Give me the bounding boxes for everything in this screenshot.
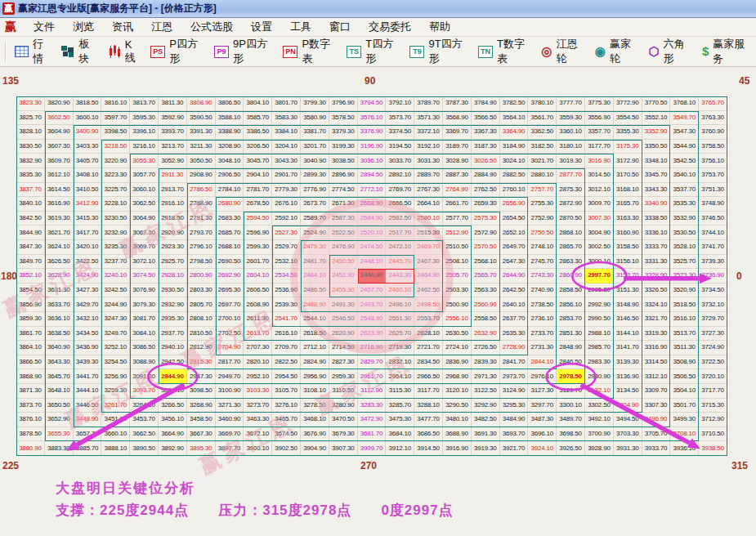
menu-item-3[interactable]: 江恩 — [142, 18, 181, 36]
menu-item-1[interactable]: 浏览 — [64, 18, 103, 36]
toolbar-item-4[interactable]: P99P四方形 — [208, 34, 277, 69]
grid-cell: 2649.70 — [500, 240, 529, 255]
grid-cell: 2908.90 — [187, 168, 216, 183]
grid-cell: 3285.70 — [386, 399, 414, 413]
grid-cell: 3117.70 — [414, 384, 443, 399]
grid-cell: 3112.90 — [358, 384, 387, 399]
grid-cell: 2589.70 — [301, 212, 329, 226]
toolbar-item-2[interactable]: K线 — [102, 36, 145, 68]
grid-cell: 3328.90 — [642, 269, 671, 284]
toolbar: 行情板块K线PSP四方形P99P四方形PNP数字表TST四方形T99T四方形TN… — [0, 37, 756, 67]
key-level-text-1: 压力：315度2978点 — [218, 502, 351, 518]
grid-cell: 2784.10 — [216, 183, 244, 198]
grid-cell: 3076.90 — [130, 284, 159, 298]
grid-cell: 3398.50 — [101, 125, 130, 140]
grid-cell: 3324.10 — [642, 297, 671, 312]
grid-cell: 3211.30 — [187, 140, 216, 154]
menu-item-7[interactable]: 窗口 — [320, 18, 360, 36]
toolbar-item-7[interactable]: T99T四方形 — [404, 34, 472, 69]
grid-cell: 2541.70 — [272, 312, 301, 327]
grid-cell: 2508.10 — [443, 255, 472, 270]
grid-cell: 3662.50 — [130, 427, 159, 442]
grid-cell: 3489.70 — [557, 413, 585, 427]
grid-cell: 2551.30 — [386, 312, 414, 327]
grid-cell: 3307.30 — [642, 399, 671, 413]
grid-cell: 2971.30 — [472, 369, 500, 384]
grid-cell: 3309.70 — [642, 384, 671, 399]
candles-icon — [108, 45, 121, 58]
grid-cell: 3782.50 — [500, 96, 529, 111]
toolbar-item-12[interactable]: $赢家服务 — [696, 34, 756, 69]
bottom-analysis-levels: 支撑：225度2944点压力：315度2978点0度2997点 — [56, 501, 483, 520]
grid-cell: 3633.70 — [45, 297, 74, 312]
toolbar-item-9[interactable]: ◎江恩轮 — [535, 34, 589, 69]
grid-cell: 3364.90 — [500, 125, 529, 140]
grid-cell: 3933.70 — [642, 441, 671, 456]
toolbar-item-0[interactable]: 行情 — [9, 34, 56, 69]
grid-cell: 2587.30 — [329, 212, 358, 226]
toolbar-item-11[interactable]: ⬡六角形 — [642, 34, 696, 69]
grid-cell: 3184.90 — [500, 140, 529, 154]
menu-item-9[interactable]: 帮助 — [420, 18, 459, 36]
toolbar-item-1[interactable]: 板块 — [56, 34, 101, 69]
grid-cell: 2592.10 — [272, 212, 301, 226]
grid-cell: 3938.50 — [699, 441, 727, 456]
grid-cell: 2616.10 — [272, 327, 301, 342]
toolbar-item-6[interactable]: TST四方形 — [341, 34, 404, 69]
grid-cell: 3736.90 — [699, 269, 727, 284]
grid-cell: 2976.10 — [528, 369, 557, 384]
grid-cell: 3787.30 — [443, 96, 472, 111]
grid-cell: 3434.50 — [74, 327, 102, 342]
grid-cell: 3636.10 — [45, 312, 74, 327]
grid-cell: 3499.30 — [670, 413, 699, 427]
grid-cell: 2904.10 — [244, 168, 272, 183]
grid-cell: 3266.50 — [159, 399, 187, 413]
grid-cell: 3566.50 — [472, 111, 500, 126]
menu-item-5[interactable]: 设置 — [242, 18, 281, 36]
grid-cell: 3681.70 — [358, 427, 387, 442]
grid-cell: 3724.90 — [699, 341, 727, 355]
grid-cell: 3060.10 — [130, 183, 159, 198]
toolbar-item-8[interactable]: TNT数字表 — [472, 34, 535, 69]
grid-cell: 3352.90 — [642, 125, 671, 140]
grid-cell: 3777.70 — [557, 96, 585, 111]
grid-cell: 3914.50 — [414, 441, 443, 456]
badge-icon: PS — [150, 46, 165, 58]
toolbar-item-5[interactable]: PNP数字表 — [277, 34, 341, 69]
grid-cell: 3050.50 — [187, 154, 216, 168]
grid-cell: 3753.70 — [699, 168, 727, 183]
grid-cell: 3132.10 — [585, 384, 614, 399]
grid-cell: 3780.10 — [528, 96, 557, 111]
menu-item-2[interactable]: 资讯 — [103, 18, 142, 36]
grid-cell: 2990.50 — [585, 312, 614, 327]
grid-cell: 3765.70 — [699, 96, 727, 111]
grid-cell: 2654.50 — [500, 212, 529, 226]
grid-cell: 3086.50 — [130, 341, 159, 355]
menu-item-0[interactable]: 文件 — [25, 18, 64, 36]
grid-cell: 2683.30 — [216, 212, 244, 226]
grid-cell: 3388.90 — [216, 125, 244, 140]
grid-cell: 2918.50 — [159, 212, 187, 226]
toolbar-item-3[interactable]: PSP四方形 — [145, 34, 208, 69]
menu-item-8[interactable]: 交易委托 — [360, 18, 420, 36]
grid-cell: 3456.10 — [159, 413, 187, 427]
grid-cell: 2760.10 — [500, 183, 529, 198]
grid-cell: 3079.30 — [130, 297, 159, 312]
grid-cell: 2841.70 — [500, 355, 529, 370]
grid-cell: 2856.10 — [557, 297, 585, 312]
grid-cell: 2613.70 — [244, 327, 272, 342]
menu-item-6[interactable]: 工具 — [281, 18, 320, 36]
grid-cell: 2839.30 — [472, 355, 500, 370]
grid-cell: 3919.30 — [472, 441, 500, 456]
grid-cell: 3804.10 — [244, 96, 272, 111]
grid-cell: 3439.30 — [74, 355, 102, 370]
grid-cell: 3052.90 — [159, 154, 187, 168]
grid-cell: 3909.70 — [358, 441, 387, 456]
menu-item-4[interactable]: 公式选股 — [181, 18, 242, 36]
grid-cell: 3444.10 — [74, 384, 102, 399]
grid-cell: 3235.30 — [101, 240, 130, 255]
grid-cell: 2836.90 — [443, 355, 472, 370]
grid-cell: 2954.50 — [272, 369, 301, 384]
grid-cell: 3158.50 — [614, 240, 642, 255]
toolbar-item-10[interactable]: ◉赢家轮 — [589, 34, 643, 69]
